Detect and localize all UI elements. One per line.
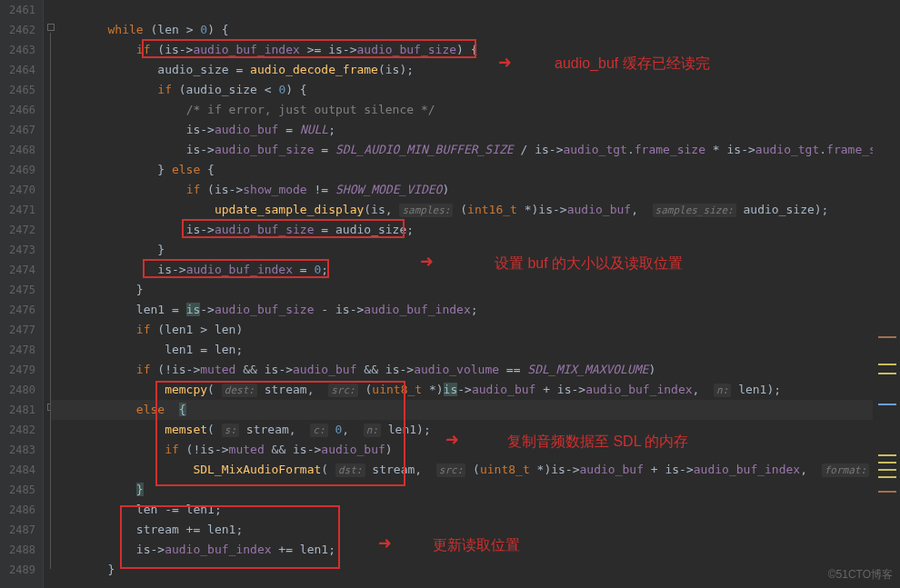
line-number: 2462	[9, 20, 35, 40]
line-number: 2489	[9, 560, 35, 580]
code-line[interactable]: len -= len1;	[51, 500, 900, 520]
code-line[interactable]: update_sample_display(is, samples: (int1…	[51, 200, 900, 220]
line-number: 2479	[9, 360, 35, 380]
line-number: 2472	[9, 220, 35, 240]
line-number: 2478	[9, 340, 35, 360]
line-number: 2482	[9, 420, 35, 440]
line-number: 2471	[9, 200, 35, 220]
code-line[interactable]: /* if error, just output silence */	[51, 100, 900, 120]
line-number: 2467	[9, 120, 35, 140]
minimap-marker	[878, 454, 896, 456]
code-line[interactable]: len1 = is->audio_buf_size - is->audio_bu…	[51, 300, 900, 320]
code-line[interactable]: len1 = len;	[51, 340, 900, 360]
line-number: 2474	[9, 260, 35, 280]
line-number: 2476	[9, 300, 35, 320]
line-number: 2487	[9, 520, 35, 540]
code-line[interactable]: audio_size = audio_decode_frame(is);	[51, 60, 900, 80]
code-line[interactable]: if (is->audio_buf_index >= is->audio_buf…	[51, 40, 900, 60]
code-line[interactable]: is->audio_buf_size = SDL_AUDIO_MIN_BUFFE…	[51, 140, 900, 160]
minimap-marker	[878, 364, 896, 365]
code-line[interactable]: }	[51, 280, 900, 300]
minimap-marker	[878, 336, 896, 338]
line-number: 2480	[9, 380, 35, 400]
line-number: 2470	[9, 180, 35, 200]
minimap-marker	[878, 404, 896, 405]
minimap-marker	[878, 462, 896, 463]
code-line[interactable]: }	[51, 480, 900, 500]
line-number: 2465	[9, 80, 35, 100]
code-line[interactable]: is->audio_buf = NULL;	[51, 120, 900, 140]
code-line[interactable]: while (len > 0) {	[51, 20, 900, 40]
editor-minimap[interactable]	[873, 0, 900, 588]
code-line[interactable]: if (!is->muted && is->audio_buf && is->a…	[51, 360, 900, 380]
line-number: 2475	[9, 280, 35, 300]
line-gutter: 2461246224632464246524662467246824692470…	[0, 0, 43, 588]
code-line[interactable]	[51, 0, 900, 20]
code-line[interactable]: }	[51, 240, 900, 260]
code-line[interactable]: else {	[51, 400, 900, 420]
code-line[interactable]: SDL_MixAudioFormat( dst: stream, src: (u…	[51, 460, 900, 480]
line-number: 2481	[9, 400, 35, 420]
code-line[interactable]: if (!is->muted && is->audio_buf)	[51, 440, 900, 460]
code-area[interactable]: while (len > 0) { if (is->audio_buf_inde…	[44, 0, 900, 588]
code-line[interactable]: if (audio_size < 0) {	[51, 80, 900, 100]
line-number: 2469	[9, 160, 35, 180]
code-line[interactable]: if (len1 > len)	[51, 320, 900, 340]
code-line[interactable]: stream += len1;	[51, 520, 900, 540]
minimap-marker	[878, 373, 896, 374]
line-number: 2464	[9, 60, 35, 80]
code-line[interactable]: is->audio_buf_index = 0;	[51, 260, 900, 280]
code-line[interactable]: is->audio_buf_size = audio_size;	[51, 220, 900, 240]
line-number: 2477	[9, 320, 35, 340]
code-line[interactable]: memset( s: stream, c: 0, n: len1);	[51, 420, 900, 440]
minimap-marker	[878, 469, 896, 471]
minimap-marker	[878, 476, 896, 478]
code-editor[interactable]: 2461246224632464246524662467246824692470…	[0, 0, 900, 588]
code-line[interactable]: } else {	[51, 160, 900, 180]
code-line[interactable]: if (is->show_mode != SHOW_MODE_VIDEO)	[51, 180, 900, 200]
code-line[interactable]: }	[51, 560, 900, 580]
line-number: 2486	[9, 500, 35, 520]
line-number: 2461	[9, 0, 35, 20]
code-line[interactable]: memcpy( dest: stream, src: (uint8_t *)is…	[51, 380, 900, 400]
line-number: 2473	[9, 240, 35, 260]
watermark-text: ©51CTO博客	[828, 567, 893, 583]
line-number: 2463	[9, 40, 35, 60]
line-number: 2483	[9, 440, 35, 460]
line-number: 2484	[9, 460, 35, 480]
line-number: 2488	[9, 540, 35, 560]
code-line[interactable]: is->audio_buf_index += len1;	[51, 540, 900, 560]
minimap-marker	[878, 491, 896, 493]
line-number: 2485	[9, 480, 35, 500]
line-number: 2468	[9, 140, 35, 160]
line-number: 2466	[9, 100, 35, 120]
